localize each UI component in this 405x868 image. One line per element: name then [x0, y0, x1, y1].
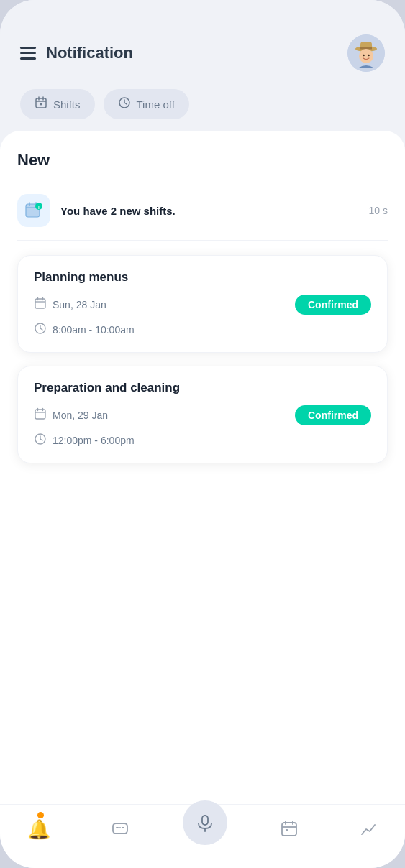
header: Notification — [0, 0, 405, 83]
header-left: Notification — [20, 44, 133, 63]
shift-card-2-date-row: Mon, 29 Jan Confirmed — [34, 405, 371, 425]
tab-time-off[interactable]: Time off — [104, 89, 189, 119]
svg-line-27 — [40, 328, 42, 330]
notification-dot — [37, 812, 44, 818]
shift-card-2-time: 12:00pm - 6:00pm — [34, 433, 135, 448]
time-off-tab-icon — [118, 96, 131, 112]
svg-rect-28 — [35, 410, 45, 419]
shift-card-1-date-row: Sun, 28 Jan Confirmed — [34, 295, 371, 315]
notif-text: You have 2 new shifts. — [60, 205, 176, 217]
shift-card-2-date: Mon, 29 Jan — [34, 407, 108, 423]
phone-container: Notification — [0, 0, 405, 868]
svg-rect-21 — [35, 299, 45, 308]
svg-rect-39 — [202, 816, 208, 825]
shift-card-1[interactable]: Planning menus Sun, 28 Jan — [17, 255, 388, 353]
svg-point-6 — [368, 55, 370, 57]
nav-item-chat[interactable] — [104, 816, 137, 843]
svg-line-34 — [40, 439, 42, 440]
time-off-tab-label: Time off — [137, 98, 175, 111]
shifts-tab-label: Shifts — [53, 98, 81, 111]
nav-item-calendar[interactable] — [273, 816, 306, 843]
shifts-tab-icon — [35, 96, 47, 112]
nav-item-chart[interactable] — [352, 816, 385, 843]
svg-point-5 — [363, 55, 365, 57]
shift-card-1-title: Planning menus — [34, 270, 371, 285]
bottom-nav: 🔔 — [0, 804, 405, 868]
nav-item-mic[interactable] — [183, 800, 227, 845]
nav-item-bell[interactable]: 🔔 — [20, 814, 58, 845]
svg-line-14 — [124, 103, 127, 104]
menu-icon[interactable] — [20, 47, 36, 60]
svg-point-4 — [359, 49, 373, 63]
notification-banner: ! You have 2 new shifts. 10 s — [17, 184, 388, 241]
calendar-nav-icon — [280, 820, 299, 839]
mic-icon — [195, 813, 215, 833]
svg-point-11 — [40, 103, 42, 106]
page-title: Notification — [46, 44, 133, 63]
shift-card-1-time: 8:00am - 10:00am — [34, 322, 135, 338]
section-title: New — [17, 151, 388, 170]
svg-rect-41 — [282, 823, 296, 836]
svg-text:!: ! — [38, 205, 40, 210]
shift-card-1-status: Confirmed — [295, 295, 371, 315]
shift-card-2-title: Preparation and cleaning — [34, 381, 371, 395]
notif-time: 10 s — [369, 205, 388, 216]
tab-shifts[interactable]: Shifts — [20, 89, 95, 119]
screen: Notification — [0, 0, 405, 868]
shift-card-1-time-text: 8:00am - 10:00am — [53, 324, 135, 336]
notif-icon-wrap: ! — [17, 194, 50, 227]
shift-card-2-time-text: 12:00pm - 6:00pm — [53, 435, 135, 446]
shift-date-icon-2 — [34, 407, 47, 423]
main-content: New ! You have 2 new shifts. — [0, 131, 405, 804]
avatar[interactable] — [347, 34, 385, 72]
shift-card-2-date-text: Mon, 29 Jan — [53, 410, 108, 421]
chat-icon — [111, 820, 129, 839]
shift-card-2-status: Confirmed — [295, 405, 371, 425]
shift-card-1-date-text: Sun, 28 Jan — [53, 299, 106, 310]
bell-icon: 🔔 — [27, 818, 50, 841]
notif-banner-left: ! You have 2 new shifts. — [17, 194, 176, 227]
shift-card-2-time-row: 12:00pm - 6:00pm — [34, 433, 371, 448]
svg-rect-45 — [286, 829, 288, 831]
shift-date-icon — [34, 297, 47, 313]
shift-card-1-date: Sun, 28 Jan — [34, 297, 106, 313]
shift-card-2[interactable]: Preparation and cleaning Mon, 29 Jan — [17, 366, 388, 463]
shift-time-icon — [34, 322, 47, 338]
shift-card-1-time-row: 8:00am - 10:00am — [34, 322, 371, 338]
shift-time-icon-2 — [34, 433, 47, 448]
tabs-bar: Shifts Time off — [0, 83, 405, 131]
chart-icon — [359, 820, 378, 839]
